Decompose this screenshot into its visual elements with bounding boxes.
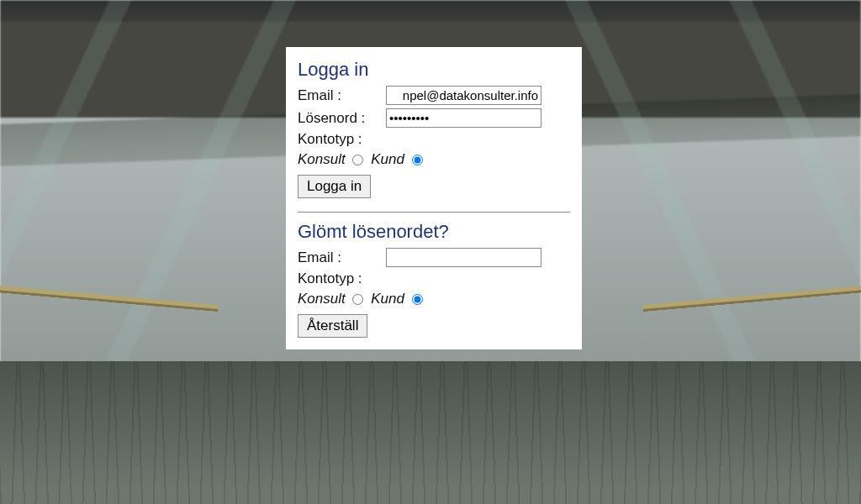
login-account-type-label: Kontotyp : (298, 131, 362, 148)
login-option-customer-radio[interactable] (412, 155, 423, 165)
forgot-account-type-row: Kontotyp : (298, 270, 570, 287)
login-password-label: Lösenord : (298, 110, 386, 127)
forgot-email-input[interactable] (386, 248, 541, 267)
login-email-input[interactable] (386, 86, 541, 105)
forgot-option-customer-label: Kund (371, 291, 404, 307)
forgot-option-consultant-radio[interactable] (352, 294, 363, 305)
forgot-email-row: Email : (298, 248, 570, 267)
login-email-row: Email : (298, 86, 570, 105)
login-panel: Logga in Email : Lösenord : Kontotyp : K… (286, 47, 582, 349)
forgot-account-type-options: Konsult Kund (298, 291, 570, 307)
login-option-consultant-radio[interactable] (352, 155, 363, 165)
login-email-label: Email : (298, 87, 386, 104)
login-submit-button[interactable]: Logga in (298, 175, 371, 198)
forgot-email-label: Email : (298, 249, 386, 266)
forgot-option-consultant-label: Konsult (298, 291, 346, 307)
login-option-customer-label: Kund (371, 151, 404, 167)
login-password-row: Lösenord : (298, 108, 570, 128)
login-option-consultant-label: Konsult (298, 151, 346, 167)
login-account-type-row: Kontotyp : (298, 131, 570, 148)
forgot-option-customer-radio[interactable] (412, 294, 423, 305)
login-password-input[interactable] (386, 108, 541, 128)
background-floor (0, 361, 861, 504)
divider (298, 212, 570, 213)
forgot-heading: Glömt lösenordet? (298, 221, 570, 243)
forgot-submit-button[interactable]: Återställ (298, 314, 367, 338)
login-heading: Logga in (298, 59, 570, 81)
login-account-type-options: Konsult Kund (298, 151, 570, 168)
forgot-account-type-label: Kontotyp : (298, 270, 362, 287)
